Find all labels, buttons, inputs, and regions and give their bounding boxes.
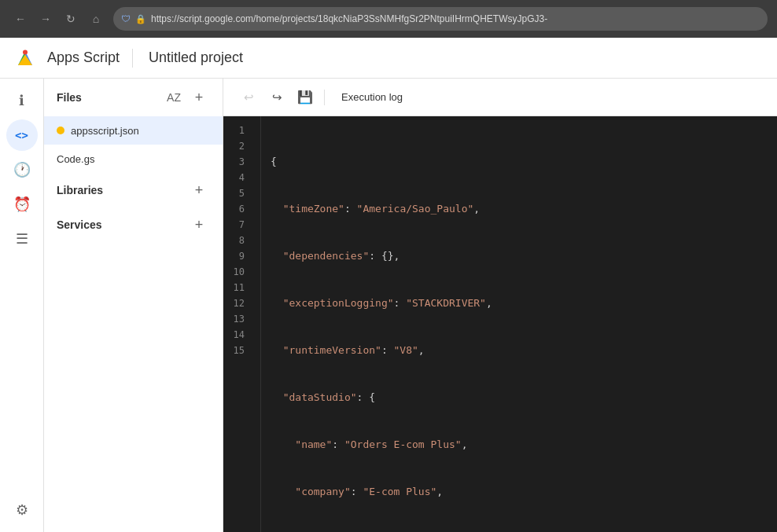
line-num-9: 9 (223, 248, 251, 264)
refresh-button[interactable]: ↻ (60, 8, 82, 30)
editor-toolbar: ↩ ↪ 💾 Execution log (223, 79, 777, 116)
google-logo (13, 46, 38, 71)
code-line-2: "timeZone": "America/Sao_Paulo", (271, 201, 777, 217)
line-num-15: 15 (223, 343, 251, 358)
code-line-8: "company": "E-com Plus", (271, 484, 777, 500)
code-line-6: "dataStudio": { (271, 390, 777, 405)
file-panel: Files AZ + appsscript.json Code.gs Libra… (44, 79, 223, 532)
sidebar-list-btn[interactable]: ☰ (6, 223, 38, 255)
editor-area: ↩ ↪ 💾 Execution log 1 2 3 4 5 6 7 8 9 10… (223, 79, 777, 532)
line-num-13: 13 (223, 311, 251, 327)
exec-log-btn[interactable]: Execution log (331, 85, 413, 110)
app-header: Apps Script Untitled project (0, 38, 777, 79)
line-num-4: 4 (223, 170, 251, 185)
file-panel-actions: AZ + (163, 86, 210, 108)
file-item-code[interactable]: Code.gs (44, 145, 223, 173)
code-line-7: "name": "Orders E-com Plus", (271, 437, 777, 453)
libraries-title: Libraries (57, 184, 103, 196)
add-library-btn[interactable]: + (188, 179, 210, 201)
services-title: Services (57, 218, 102, 231)
line-num-3: 3 (223, 154, 251, 170)
file-name-appsscript: appsscript.json (71, 125, 139, 137)
sidebar-triggers-btn[interactable]: ⏰ (6, 189, 38, 220)
toolbar-divider (324, 90, 325, 105)
code-line-1: { (271, 154, 777, 170)
line-num-12: 12 (223, 295, 251, 311)
undo-btn[interactable]: ↩ (236, 85, 261, 110)
line-num-10: 10 (223, 264, 251, 280)
sidebar-info-btn[interactable]: ℹ (6, 85, 38, 116)
project-title[interactable]: Untitled project (149, 50, 243, 66)
forward-button[interactable]: → (35, 8, 57, 30)
line-num-14: 14 (223, 327, 251, 343)
sidebar-settings-btn[interactable]: ⚙ (6, 494, 38, 526)
file-item-appsscript[interactable]: appsscript.json (44, 116, 223, 145)
add-file-btn[interactable]: + (188, 86, 210, 108)
libraries-section[interactable]: Libraries + (44, 173, 223, 207)
home-button[interactable]: ⌂ (85, 8, 107, 30)
code-editor[interactable]: 1 2 3 4 5 6 7 8 9 10 11 12 13 14 15 { "t… (223, 116, 777, 532)
svg-point-0 (23, 50, 28, 54)
url-text: https://script.google.com/home/projects/… (151, 13, 547, 24)
file-name-code: Code.gs (57, 153, 94, 165)
file-panel-header: Files AZ + (44, 79, 223, 116)
line-num-11: 11 (223, 280, 251, 295)
code-line-4: "exceptionLogging": "STACKDRIVER", (271, 295, 777, 311)
code-line-5: "runtimeVersion": "V8", (271, 343, 777, 358)
nav-buttons[interactable]: ← → ↻ ⌂ (9, 8, 107, 30)
icon-sidebar: ℹ <> 🕐 ⏰ ☰ ⚙ (0, 79, 44, 532)
back-button[interactable]: ← (9, 8, 31, 30)
redo-btn[interactable]: ↪ (264, 85, 289, 110)
sort-files-btn[interactable]: AZ (163, 86, 185, 108)
line-num-8: 8 (223, 233, 251, 248)
add-service-btn[interactable]: + (188, 214, 210, 236)
header-divider (132, 49, 133, 68)
line-num-7: 7 (223, 217, 251, 233)
line-num-6: 6 (223, 201, 251, 217)
save-btn[interactable]: 💾 (293, 85, 318, 110)
app-title: Apps Script (47, 50, 120, 66)
main-layout: ℹ <> 🕐 ⏰ ☰ ⚙ Files AZ + appsscript.json … (0, 79, 777, 532)
code-content: { "timeZone": "America/Sao_Paulo", "depe… (261, 116, 777, 532)
shield-icon: 🛡 (121, 13, 131, 24)
sidebar-editor-btn[interactable]: <> (6, 119, 38, 151)
code-line-3: "dependencies": {}, (271, 248, 777, 264)
files-title: Files (57, 91, 82, 104)
services-section[interactable]: Services + (44, 207, 223, 242)
line-num-2: 2 (223, 138, 251, 154)
line-numbers: 1 2 3 4 5 6 7 8 9 10 11 12 13 14 15 (223, 116, 261, 532)
line-num-5: 5 (223, 185, 251, 201)
sidebar-history-btn[interactable]: 🕐 (6, 154, 38, 185)
line-num-1: 1 (223, 123, 251, 138)
file-modified-dot (57, 127, 64, 134)
browser-chrome: ← → ↻ ⌂ 🛡 🔒 https://script.google.com/ho… (0, 0, 777, 38)
address-bar[interactable]: 🛡 🔒 https://script.google.com/home/proje… (113, 7, 768, 31)
lock-icon: 🔒 (135, 14, 146, 24)
